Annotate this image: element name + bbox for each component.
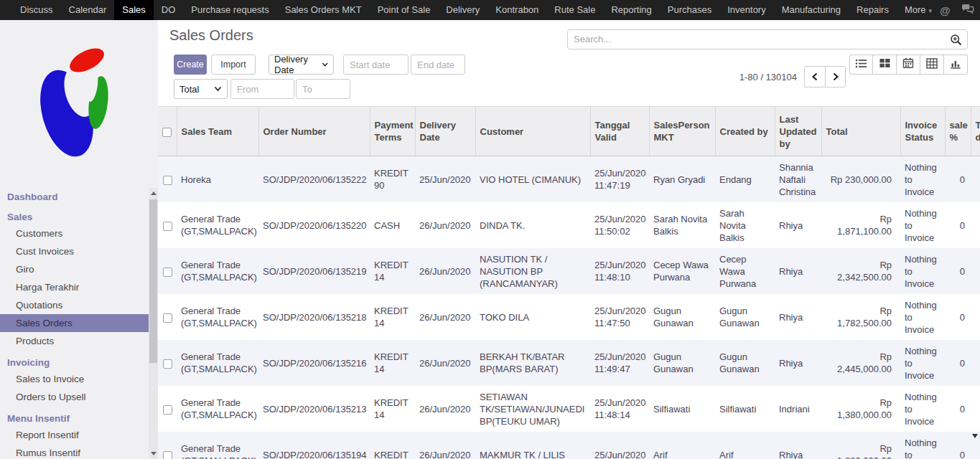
cell-delivery-date[interactable]: 26/Jun/2020 — [415, 202, 475, 248]
sidebar-item-quotations[interactable]: Quotations — [0, 296, 149, 314]
cell-created-by[interactable]: Arif — [715, 432, 775, 459]
scrollbar-thumb[interactable] — [149, 199, 157, 363]
top-menu-sales[interactable]: Sales — [114, 0, 154, 20]
row-checkbox[interactable] — [163, 313, 172, 323]
cell-sale-pct[interactable]: 0 — [945, 386, 971, 432]
cell-trunc[interactable] — [971, 294, 980, 340]
cell-created-by[interactable]: Gugun Gunawan — [715, 294, 775, 340]
cell-delivery-date[interactable]: 26/Jun/2020 — [415, 432, 475, 459]
table-row[interactable]: General Trade (GT,SMALLPACK)SO/JDP/2020/… — [158, 294, 980, 340]
sidebar-scrollbar[interactable] — [149, 188, 158, 459]
top-menu-more[interactable]: More▾ — [897, 0, 940, 20]
select-all-checkbox[interactable] — [162, 128, 172, 137]
cell-customer[interactable]: SETIAWAN TK/SETIAWAN/JUNAEDI BP(TEUKU UM… — [475, 386, 590, 432]
cell-salesperson-mkt[interactable]: Arif — [649, 432, 715, 459]
cell-created-by[interactable]: Endang — [715, 156, 775, 203]
cell-trunc[interactable] — [971, 386, 980, 432]
cell-payment-terms[interactable]: KREDIT 90 — [370, 156, 415, 203]
sidebar-item-giro[interactable]: Giro — [0, 260, 149, 278]
cell-total[interactable]: Rp 2,445,000.00 — [821, 340, 900, 386]
top-menu-kontrabon[interactable]: Kontrabon — [487, 0, 546, 20]
view-list-button[interactable] — [849, 55, 873, 75]
scroll-down-icon[interactable] — [149, 449, 158, 458]
cell-sales-team[interactable]: General Trade (GT,SMALLPACK) — [177, 294, 258, 340]
table-row[interactable]: General Trade (GT,SMALLPACK)SO/JDP/2020/… — [158, 202, 980, 248]
cell-check[interactable] — [158, 294, 177, 340]
search-icon[interactable] — [950, 34, 963, 49]
import-button[interactable]: Import — [211, 55, 256, 75]
sidebar-item-orders-to-upsell[interactable]: Orders to Upsell — [0, 388, 149, 406]
cell-trunc[interactable] — [971, 248, 980, 294]
col-header-tanggal-valid[interactable]: Tanggal Valid — [590, 107, 649, 156]
cell-last-updated-by[interactable]: Shannia Naftali Christina — [775, 156, 821, 203]
sidebar-heading-invoicing[interactable]: Invoicing — [0, 355, 149, 370]
row-checkbox[interactable] — [163, 222, 172, 231]
view-graph-button[interactable] — [944, 55, 968, 75]
col-header-created-by[interactable]: Created by — [715, 107, 775, 156]
table-row[interactable]: General Trade (GT,SMALLPACK)SO/JDP/2020/… — [158, 386, 980, 432]
cell-created-by[interactable]: Cecep Wawa Purwana — [715, 248, 775, 294]
cell-payment-terms[interactable]: KREDIT 14 — [370, 386, 415, 432]
cell-order-number[interactable]: SO/JDP/2020/06/135219 — [258, 248, 370, 294]
cell-check[interactable] — [158, 156, 177, 203]
col-header-sales-team[interactable]: Sales Team — [177, 107, 258, 156]
cell-delivery-date[interactable]: 26/Jun/2020 — [415, 294, 475, 340]
cell-invoice-status[interactable]: Nothing to Invoice — [900, 340, 945, 386]
cell-order-number[interactable]: SO/JDP/2020/06/135194 — [258, 432, 370, 459]
cell-last-updated-by[interactable]: Rhiya — [775, 248, 821, 294]
cell-sale-pct[interactable]: 0 — [945, 294, 971, 340]
cell-payment-terms[interactable]: KREDIT 14 — [370, 294, 415, 340]
sidebar-heading-menu-insentif[interactable]: Menu Insentif — [0, 411, 149, 426]
cell-tanggal-valid[interactable]: 25/Jun/2020 11:48:14 — [590, 386, 649, 432]
cell-invoice-status[interactable]: Nothing to Invoice — [900, 386, 945, 432]
col-header-t-d[interactable]: T d — [971, 107, 980, 156]
cell-sales-team[interactable]: General Trade (GT,SMALLPACK) — [177, 340, 258, 386]
cell-invoice-status[interactable]: Nothing to Invoice — [900, 156, 945, 203]
cell-payment-terms[interactable]: KREDIT — [370, 432, 415, 459]
cell-tanggal-valid[interactable]: 25/Jun/2020 11:49:47 — [590, 340, 649, 386]
row-checkbox[interactable] — [163, 268, 172, 277]
sidebar-heading-dashboard[interactable]: Dashboard — [0, 189, 149, 204]
cell-salesperson-mkt[interactable]: Silfiawati — [649, 386, 715, 432]
table-row[interactable]: HorekaSO/JDP/2020/06/135222KREDIT 9025/J… — [158, 156, 980, 203]
cell-total[interactable]: Rp 1,380,000.00 — [821, 432, 900, 459]
top-menu-reporting[interactable]: Reporting — [603, 0, 659, 20]
top-menu-manufacturing[interactable]: Manufacturing — [774, 0, 849, 20]
top-menu-discuss[interactable]: Discuss — [12, 0, 61, 20]
table-row[interactable]: General Trade (GT,SMALLPACK)SO/JDP/2020/… — [158, 248, 980, 294]
cell-customer[interactable]: TOKO DILA — [475, 294, 590, 340]
top-menu-calendar[interactable]: Calendar — [61, 0, 115, 20]
cell-delivery-date[interactable]: 26/Jun/2020 — [415, 340, 475, 386]
cell-salesperson-mkt[interactable]: Cecep Wawa Purwana — [649, 248, 715, 294]
top-menu-inventory[interactable]: Inventory — [719, 0, 773, 20]
cell-order-number[interactable]: SO/JDP/2020/06/135213 — [258, 386, 370, 432]
col-header-last-updated-by[interactable]: Last Updated by — [775, 107, 821, 156]
cell-customer[interactable]: MAKMUR TK / LILIS — [475, 432, 590, 459]
cell-last-updated-by[interactable]: Rhiya — [775, 340, 821, 386]
col-header-payment-terms[interactable]: Payment Terms — [370, 107, 415, 156]
cell-last-updated-by[interactable]: Rhiya — [775, 202, 821, 248]
cell-check[interactable] — [158, 202, 177, 248]
cell-created-by[interactable]: Gugun Gunawan — [715, 340, 775, 386]
top-menu-repairs[interactable]: Repairs — [849, 0, 897, 20]
search-input[interactable] — [568, 30, 946, 47]
cell-order-number[interactable]: SO/JDP/2020/06/135220 — [258, 202, 370, 248]
cell-check[interactable] — [158, 248, 177, 294]
cell-sales-team[interactable]: General Trade (GT,SMALLPACK) — [177, 202, 258, 248]
cell-total[interactable]: Rp 1,871,100.00 — [821, 202, 900, 248]
cell-customer[interactable]: DINDA TK. — [475, 202, 590, 248]
top-menu-do[interactable]: DO — [154, 0, 184, 20]
sidebar-heading-sales[interactable]: Sales — [0, 209, 149, 224]
cell-customer[interactable]: VIO HOTEL (CIMANUK) — [475, 156, 590, 203]
top-menu-rute-sale[interactable]: Rute Sale — [546, 0, 603, 20]
cell-salesperson-mkt[interactable]: Sarah Novita Balkis — [649, 202, 715, 248]
col-header-total[interactable]: Total — [821, 107, 900, 156]
row-checkbox[interactable] — [163, 176, 172, 185]
cell-customer[interactable]: NASUTION TK / NASUTION BP (RANCAMANYAR) — [475, 248, 590, 294]
cell-sale-pct[interactable]: 0 — [945, 340, 971, 386]
cell-salesperson-mkt[interactable]: Gugun Gunawan — [649, 294, 715, 340]
cell-delivery-date[interactable]: 25/Jun/2020 — [415, 156, 475, 203]
cell-tanggal-valid[interactable]: 25/Jun/2020 11:50:02 — [590, 202, 649, 248]
col-header-select-all[interactable] — [158, 107, 177, 156]
table-row[interactable]: General Trade (GT,SMALLPACK)SO/JDP/2020/… — [158, 432, 980, 459]
